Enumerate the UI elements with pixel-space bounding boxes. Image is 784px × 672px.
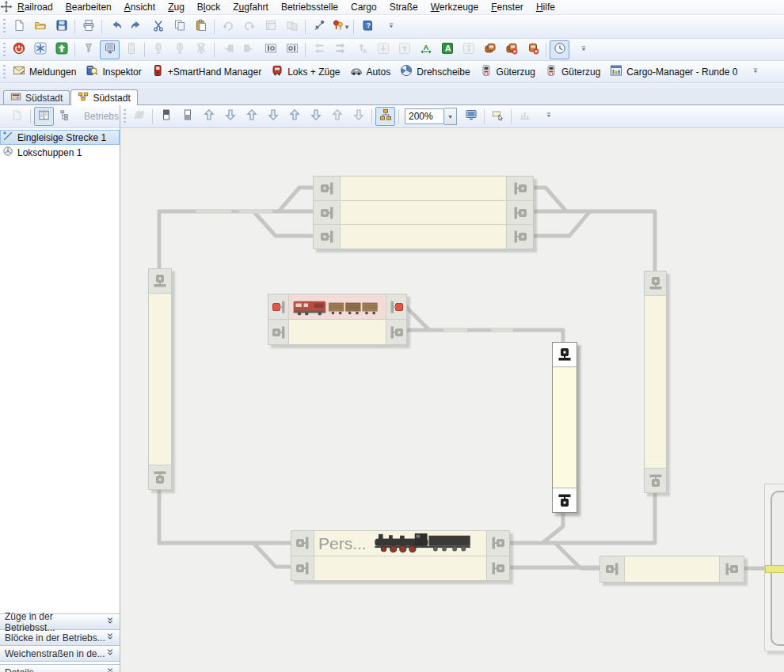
menu-hilfe[interactable]: Hilfe <box>530 1 561 14</box>
toolbar-separator <box>305 20 306 34</box>
block-middle-single-track[interactable] <box>552 342 577 513</box>
section-header-1[interactable]: Züge in der Betriebsst... <box>0 613 120 630</box>
arrow-down-button[interactable] <box>263 107 283 126</box>
stop-marker-left-button[interactable] <box>261 40 280 59</box>
arrow-up-button[interactable] <box>284 107 304 126</box>
start-button[interactable] <box>51 40 71 59</box>
stop-all-button[interactable] <box>9 40 29 59</box>
toolbar-overflow-button[interactable] <box>745 63 765 82</box>
tree-view-button[interactable] <box>55 107 75 126</box>
print-button[interactable] <box>78 17 98 36</box>
copy-button[interactable] <box>169 17 189 36</box>
block-track[interactable] <box>314 200 533 225</box>
clock-button[interactable] <box>550 40 569 59</box>
block-station-tracks[interactable] <box>313 176 534 249</box>
arrow-up-gray-button[interactable] <box>327 107 347 126</box>
dispatcher-canvas[interactable]: Pers... <box>120 128 784 672</box>
brake-marker-icon <box>386 294 406 319</box>
window-button-guterzug[interactable]: Güterzug <box>540 63 605 81</box>
menu-betriebsstelle[interactable]: Betriebsstelle <box>275 1 344 14</box>
hierarchy-button[interactable] <box>375 107 395 126</box>
funnel-button[interactable] <box>78 40 98 59</box>
train-stack-remove-button[interactable] <box>501 40 521 59</box>
block-entry-button[interactable] <box>156 107 176 126</box>
block-freight-yard[interactable] <box>268 294 407 345</box>
block-track[interactable] <box>291 556 509 581</box>
window-button-drehscheibe[interactable]: Drehscheibe <box>395 63 474 81</box>
window-button-guterzug[interactable]: Güterzug <box>475 63 540 81</box>
toolbar-overflow-button[interactable] <box>573 40 593 59</box>
select-block-button[interactable] <box>488 107 508 126</box>
train-stack-button[interactable] <box>480 40 500 59</box>
menu-fenster[interactable]: Fenster <box>485 1 530 14</box>
window-button-inspektor[interactable]: Inspektor <box>81 63 146 81</box>
window-button-autos[interactable]: Autos <box>345 63 396 81</box>
help-button[interactable]: ? <box>357 17 377 36</box>
menu-werkzeuge[interactable]: Werkzeuge <box>424 1 485 14</box>
monitor-button[interactable] <box>100 40 120 59</box>
arrow-down-button[interactable] <box>306 107 325 126</box>
list-item-eingleisige-strecke-1[interactable]: Eingleisige Strecke 1 <box>0 130 120 145</box>
block-exit-button[interactable] <box>177 107 197 126</box>
menu-strasse[interactable]: Straße <box>383 1 424 14</box>
cut-button[interactable] <box>148 17 168 36</box>
menu-railroad[interactable]: Railroad <box>11 1 59 14</box>
menu-cargo[interactable]: Cargo <box>344 1 383 14</box>
window-button--smarthand-manager[interactable]: +SmartHand Manager <box>147 63 266 81</box>
statistics-button <box>515 107 535 126</box>
brake-marker-icon <box>268 320 289 344</box>
open-button[interactable] <box>30 17 50 36</box>
arrow-down-gray-button[interactable] <box>348 107 368 126</box>
block-east-siding[interactable] <box>599 556 744 583</box>
letter-a-button[interactable]: A <box>437 40 457 59</box>
paste-button[interactable] <box>191 17 211 36</box>
list-item-lokschuppen-1[interactable]: Lokschuppen 1 <box>0 145 120 160</box>
menu-ansicht[interactable]: Ansicht <box>118 1 162 14</box>
menu-bearbeiten[interactable]: Bearbeiten <box>59 1 118 14</box>
map-pins-button[interactable]: ▾ <box>330 17 350 36</box>
menu-zugfahrt[interactable]: Zugfahrt <box>226 1 275 14</box>
brake-marker-icon <box>600 556 625 582</box>
redo-button[interactable] <box>127 17 147 36</box>
window-button-label: Cargo-Manager - Runde 0 <box>626 66 737 78</box>
section-header-3[interactable]: Weichenstraßen in de... <box>0 645 120 662</box>
save-button[interactable] <box>51 17 71 36</box>
train-remove-button[interactable] <box>523 40 542 59</box>
toolbar-overflow-button[interactable] <box>539 107 558 126</box>
window-button-loks-zuge[interactable]: Loks + Züge <box>266 63 344 81</box>
freeze-button[interactable] <box>30 40 50 59</box>
list-view-button[interactable] <box>34 107 54 126</box>
arrow-down-button[interactable] <box>220 107 240 126</box>
window-button-meldungen[interactable]: Meldungen <box>8 63 81 81</box>
tab-sudstadt-2[interactable]: Südstadt <box>70 89 137 105</box>
menu-block[interactable]: Block <box>191 1 226 14</box>
new-document-button[interactable] <box>9 17 29 36</box>
arrow-down-icon <box>310 108 322 124</box>
section-header-2[interactable]: Blöcke in der Betriebs... <box>0 629 120 646</box>
block-passenger-station[interactable]: Pers... <box>291 530 510 581</box>
list-item-label: Eingleisige Strecke 1 <box>17 132 106 143</box>
stop-marker-right-button[interactable] <box>282 40 302 59</box>
dropdown-caret-icon: ▾ <box>345 23 349 31</box>
arrow-up-button[interactable] <box>199 107 219 126</box>
toolbar-overflow-button[interactable] <box>381 17 401 36</box>
block-track[interactable] <box>600 556 744 582</box>
tools-button[interactable] <box>309 17 329 36</box>
block-west-single-track[interactable] <box>148 268 172 490</box>
block-track[interactable] <box>314 224 533 249</box>
zoom-input[interactable] <box>405 108 444 124</box>
fullscreen-button[interactable] <box>461 107 481 126</box>
undo-button[interactable] <box>105 17 125 36</box>
block-track[interactable] <box>268 294 406 319</box>
zoom-dropdown-button[interactable]: ▾ <box>444 108 457 125</box>
menu-zug[interactable]: Zug <box>162 1 191 14</box>
block-track[interactable] <box>268 319 406 344</box>
section-header-4[interactable]: Details <box>0 664 120 672</box>
tab-sudstadt-1[interactable]: Südstadt <box>3 90 70 104</box>
window-button-cargo-manager-runde-0[interactable]: Cargo-Manager - Runde 0 <box>605 63 742 81</box>
block-east-single-track[interactable] <box>644 271 667 493</box>
block-track[interactable]: Pers... <box>291 531 509 556</box>
block-track[interactable] <box>314 177 533 200</box>
autotrain-button[interactable]: A <box>416 40 436 59</box>
arrow-up-button[interactable] <box>242 107 261 126</box>
